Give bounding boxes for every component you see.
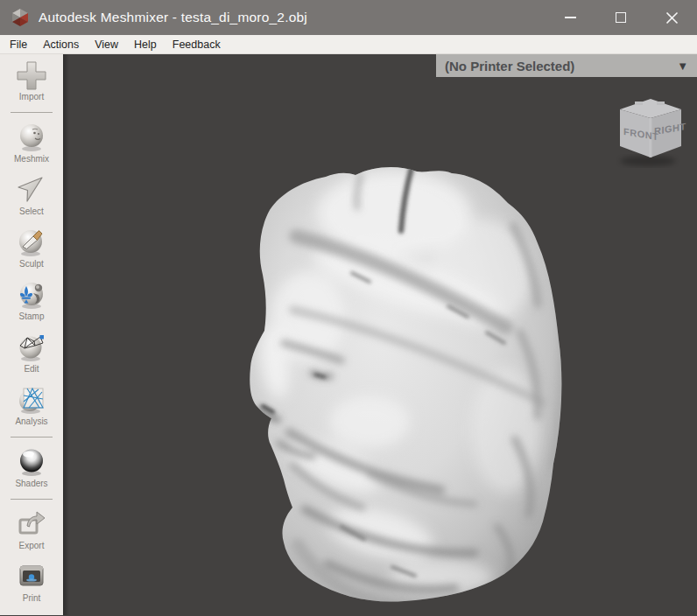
toolbar-item-label: Import xyxy=(19,92,44,102)
view-cube-top-tab xyxy=(635,102,643,105)
viewport-canvas[interactable]: (No Printer Selected) ▼ FRONT RIGHT xyxy=(63,54,697,615)
stamp-fleur-de-lis-sphere-icon xyxy=(15,279,48,311)
close-button[interactable] xyxy=(646,0,697,35)
shaders-chrome-sphere-icon xyxy=(15,446,48,478)
menu-view[interactable]: View xyxy=(87,36,126,53)
toolbar-item-label: Select xyxy=(19,206,44,216)
toolbar-item-import[interactable]: Import xyxy=(0,60,63,102)
toolbar-item-export[interactable]: Export xyxy=(0,508,63,550)
toolbar-item-label: Sculpt xyxy=(19,259,44,269)
meshmixer-logo-icon xyxy=(11,8,30,27)
maximize-button[interactable] xyxy=(595,0,646,35)
toolbar-separator xyxy=(11,499,53,500)
window-title: Autodesk Meshmixer - testa_di_moro_2.obj xyxy=(39,10,307,25)
toolbar-separator xyxy=(11,112,53,113)
menu-help[interactable]: Help xyxy=(126,36,165,53)
export-arrow-icon xyxy=(15,508,48,540)
close-icon xyxy=(665,11,679,24)
toolbar-item-print[interactable]: Print xyxy=(0,561,63,603)
select-cursor-arrow-icon xyxy=(15,174,48,206)
titlebar: Autodesk Meshmixer - testa_di_moro_2.obj xyxy=(0,0,697,35)
toolbar-item-label: Analysis xyxy=(15,416,47,426)
menu-file[interactable]: File xyxy=(2,36,35,53)
edit-wireframe-sphere-icon xyxy=(15,332,48,363)
minimize-icon xyxy=(565,17,576,18)
view-cube[interactable]: FRONT RIGHT xyxy=(611,94,690,168)
toolbar-separator xyxy=(11,437,53,438)
toolbar-item-sculpt[interactable]: Sculpt xyxy=(0,227,63,269)
toolbar-item-label: Edit xyxy=(24,364,39,374)
toolbar-item-edit[interactable]: Edit xyxy=(0,332,63,374)
dropdown-caret-icon: ▼ xyxy=(677,60,688,73)
toolbar-item-shaders[interactable]: Shaders xyxy=(0,446,63,488)
sculpt-brush-sphere-icon xyxy=(15,227,48,258)
minimize-button[interactable] xyxy=(545,0,595,35)
view-cube-top-tab xyxy=(657,102,665,105)
menu-actions[interactable]: Actions xyxy=(35,36,87,53)
menubar: File Actions View Help Feedback xyxy=(0,35,697,54)
print-3d-printer-icon xyxy=(15,561,48,592)
toolbar-item-label: Stamp xyxy=(19,312,45,321)
window-controls xyxy=(545,0,697,35)
left-toolbar: Import xyxy=(0,54,63,615)
toolbar-item-label: Export xyxy=(19,541,45,550)
menu-feedback[interactable]: Feedback xyxy=(165,36,229,53)
toolbar-item-meshmix[interactable]: Meshmix xyxy=(0,122,63,164)
toolbar-item-stamp[interactable]: Stamp xyxy=(0,279,63,321)
analysis-mesh-sphere-icon xyxy=(15,384,48,416)
toolbar-item-label: Meshmix xyxy=(14,154,49,164)
toolbar-item-analysis[interactable]: Analysis xyxy=(0,384,63,426)
meshmix-face-sphere-icon xyxy=(15,122,48,153)
maximize-icon xyxy=(616,12,626,23)
toolbar-item-label: Shaders xyxy=(15,479,47,488)
import-plus-icon xyxy=(15,60,48,91)
toolbar-item-label: Print xyxy=(23,593,41,603)
head-model-mesh[interactable] xyxy=(63,54,697,615)
view-cube-shadow xyxy=(620,156,676,166)
printer-selector-label: (No Printer Selected) xyxy=(445,59,677,74)
toolbar-item-select[interactable]: Select xyxy=(0,174,63,216)
printer-selector[interactable]: (No Printer Selected) ▼ xyxy=(436,54,697,77)
